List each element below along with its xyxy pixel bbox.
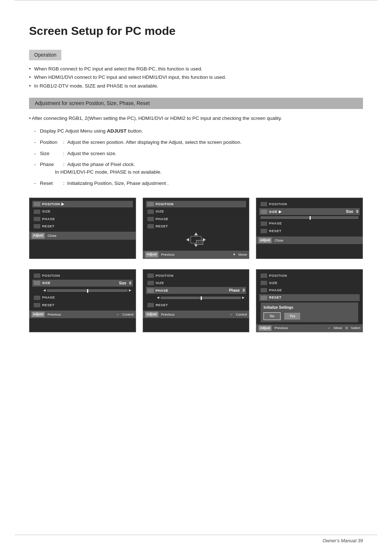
arrow-left-2 bbox=[186, 238, 189, 242]
reset-icon-5 bbox=[147, 303, 154, 307]
bullet-3: In RGB1/2-DTV mode, SIZE and PHASE is no… bbox=[29, 82, 363, 90]
previous-label-4: Previous bbox=[48, 312, 61, 317]
adjustment-header: Adjustment for screen Position, Size, Ph… bbox=[29, 98, 363, 109]
menu-phase-6: PHASE bbox=[259, 287, 360, 293]
initialize-title: Initialize Settings bbox=[264, 305, 355, 310]
step-3: Size : Adjust the screen size. bbox=[29, 150, 363, 158]
adjust-label-1: Adjust bbox=[32, 233, 45, 239]
control-icon-5: ↔ bbox=[229, 312, 233, 317]
menu-phase-2: PHASE bbox=[146, 216, 246, 222]
bottom-bar-1: Adjust Close bbox=[29, 232, 136, 240]
menu-size-5: SIZE bbox=[146, 280, 246, 286]
menu-reset-4: RESET bbox=[32, 302, 133, 308]
select-icon-6: ⊙ bbox=[345, 325, 348, 331]
bottom-bar-5: Adjust Previous ↔ Control bbox=[143, 311, 249, 319]
phase-slider-5 bbox=[161, 297, 241, 299]
arrow-left-5: ◀ bbox=[157, 295, 159, 300]
menu-size-3: SIZE ▶ Size 0 bbox=[259, 208, 360, 215]
screen-1: POSITION ▶ SIZE PHASE RESET Adjust Close bbox=[29, 198, 136, 259]
move-label-6: Move bbox=[334, 325, 342, 331]
rect-inner-2 bbox=[196, 240, 203, 245]
size-slider-4 bbox=[47, 289, 127, 292]
arrow-right-2 bbox=[203, 238, 206, 242]
position-icon-5 bbox=[147, 274, 154, 278]
no-button[interactable]: No bbox=[264, 312, 281, 320]
adjustment-intro: • After connecting RGB1, 2(When setting … bbox=[29, 115, 363, 122]
initialize-buttons: No Yes bbox=[264, 312, 355, 320]
size-icon-5 bbox=[147, 281, 154, 285]
menu-reset-1: RESET bbox=[32, 223, 133, 230]
phase-icon-6 bbox=[261, 288, 267, 292]
bottom-bar-6: Adjust Previous ↔ Move ⊙ Select bbox=[256, 324, 363, 332]
screen-6: POSITION SIZE PHASE RESET Initialize Set… bbox=[256, 269, 363, 333]
size-icon-4 bbox=[34, 281, 40, 285]
content-area: Screen Setup for PC mode Operation When … bbox=[0, 0, 392, 368]
bottom-bar-3: Adjust Close bbox=[256, 236, 363, 244]
previous-label-5: Previous bbox=[161, 312, 175, 317]
slider-thumb-3 bbox=[310, 216, 311, 220]
footer-text: Owner's Manual 39 bbox=[322, 537, 363, 544]
position-icon-4 bbox=[34, 274, 40, 278]
phase-val-label-5: Phase 0 bbox=[229, 288, 245, 293]
reset-icon-2 bbox=[147, 224, 154, 228]
adjust-label-3: Adjust bbox=[258, 238, 271, 243]
rect-outer-2 bbox=[191, 236, 201, 243]
menu-size-6: SIZE bbox=[259, 280, 360, 286]
screens-row-1: POSITION ▶ SIZE PHASE RESET Adjust Close bbox=[29, 198, 363, 259]
adjust-label-5: Adjust bbox=[145, 312, 158, 317]
menu-phase-5: PHASE Phase 0 bbox=[146, 287, 246, 294]
size-slider-3 bbox=[261, 216, 358, 219]
adjustment-steps: Display PC Adjust Menu using ADJUST butt… bbox=[29, 127, 363, 188]
bullet-1: When RGB connect to PC input and select … bbox=[29, 65, 363, 73]
select-label-6: Select bbox=[351, 325, 360, 331]
menu-phase-4: PHASE bbox=[32, 294, 133, 301]
menu-reset-6: RESET bbox=[259, 294, 360, 301]
size-icon-6 bbox=[261, 281, 267, 285]
screen-5: POSITION SIZE PHASE Phase 0 ◀ bbox=[143, 269, 250, 333]
menu-size-2: SIZE bbox=[146, 208, 246, 215]
position-icon-2 bbox=[147, 202, 154, 206]
phase-icon-4 bbox=[34, 296, 40, 300]
arrow-left-4: ◀ bbox=[43, 288, 46, 293]
close-label-3: Close bbox=[274, 238, 283, 243]
step-4: Phase : Adjust the phase of Pixel clock.… bbox=[29, 161, 363, 176]
arrow-right-4: ▶ bbox=[129, 288, 131, 293]
move-label-2: Move bbox=[238, 252, 247, 257]
menu-position-1: POSITION ▶ bbox=[32, 201, 133, 207]
size-icon-3 bbox=[261, 210, 267, 214]
menu-position-6: POSITION bbox=[259, 272, 360, 279]
reset-icon-3 bbox=[261, 229, 267, 233]
menu-reset-3: RESET bbox=[259, 228, 360, 234]
phase-icon-1 bbox=[34, 217, 40, 221]
size-slider-area-3 bbox=[259, 216, 360, 220]
reset-icon-4 bbox=[34, 303, 40, 307]
size-slider-area-4: ◀ ▶ bbox=[32, 287, 133, 295]
menu-reset-5: RESET bbox=[146, 302, 246, 308]
screen-2: POSITION SIZE PHASE RESET bbox=[143, 198, 250, 259]
bullet-2: When HDMI1/DVI connect to PC input and s… bbox=[29, 74, 363, 81]
screen-4: POSITION SIZE Size 0 ◀ ▶ bbox=[29, 269, 136, 333]
phase-icon-3 bbox=[261, 222, 267, 226]
adjust-label-6: Adjust bbox=[258, 325, 271, 331]
position-icon-3 bbox=[261, 202, 267, 206]
initialize-box: Initialize Settings No Yes bbox=[261, 303, 358, 322]
position-diagram-2 bbox=[146, 231, 246, 248]
phase-icon-5 bbox=[147, 288, 154, 293]
move-icon-2: ✦ bbox=[233, 252, 236, 257]
yes-button[interactable]: Yes bbox=[284, 313, 300, 320]
bottom-bar-2: Adjust Previous ✦ Move bbox=[143, 251, 249, 259]
bottom-divider bbox=[15, 535, 377, 535]
adjust-label-2: Adjust bbox=[145, 252, 158, 258]
menu-position-4: POSITION bbox=[32, 272, 133, 279]
phase-icon-2 bbox=[147, 217, 154, 221]
menu-size-4: SIZE Size 0 bbox=[32, 280, 133, 287]
position-icon-1 bbox=[34, 202, 40, 206]
menu-position-3: POSITION bbox=[259, 201, 360, 207]
size-val-label-4: Size 0 bbox=[119, 280, 131, 286]
operation-section: Operation When RGB connect to PC input a… bbox=[29, 50, 363, 90]
phase-slider-area-5: ◀ ▶ bbox=[146, 295, 246, 302]
page: Screen Setup for PC mode Operation When … bbox=[0, 0, 392, 555]
position-icon-6 bbox=[261, 274, 267, 278]
previous-label-6: Previous bbox=[274, 325, 288, 331]
adjust-label-4: Adjust bbox=[32, 312, 45, 317]
